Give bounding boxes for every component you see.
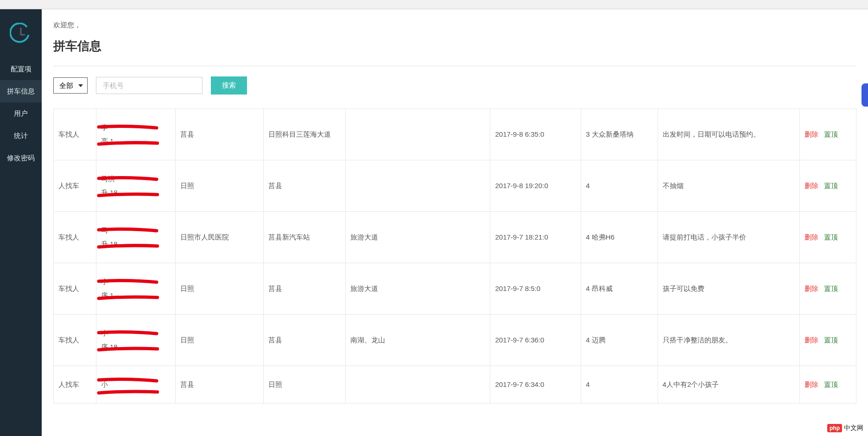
cell-name: 马 升 18 [96, 212, 175, 263]
watermark: php 中文网 [827, 424, 863, 432]
table-row: 车找人 李 亮 1 莒县 日照科目三莲海大道 2017-9-8 6:35:0 3… [54, 109, 856, 160]
sidebar-item-label: 拼车信息 [7, 87, 35, 96]
cell-actions: 删除 置顶 [799, 212, 856, 263]
top-link[interactable]: 置顶 [824, 284, 838, 292]
cell-end: 莒县新汽车站 [263, 212, 345, 263]
delete-link[interactable]: 删除 [805, 336, 818, 344]
cell-time: 2017-9-8 19:20:0 [490, 160, 581, 212]
cell-type: 人找车 [54, 160, 96, 212]
sidebar-item-label: 统计 [14, 132, 28, 140]
cell-name: 小 序 1 [96, 263, 175, 315]
filter-bar: 全部 搜索 [53, 76, 856, 95]
top-link[interactable]: 置顶 [824, 336, 838, 344]
cell-end: 莒县 [263, 160, 345, 212]
delete-link[interactable]: 删除 [805, 233, 818, 241]
cell-via: 南湖、龙山 [346, 315, 490, 366]
cell-time: 2017-9-7 18:21:0 [490, 212, 581, 263]
cell-remark: 4人中有2个小孩子 [658, 366, 799, 404]
top-link[interactable]: 置顶 [824, 130, 838, 138]
cell-type: 车找人 [54, 315, 96, 366]
main-content: 欢迎您， 拼车信息 全部 搜索 车找人 李 亮 1 [42, 9, 868, 436]
cell-start: 日照 [176, 160, 264, 212]
cell-actions: 删除 置顶 [799, 315, 856, 366]
sidebar-item-label: 修改密码 [7, 154, 35, 163]
cell-name: 马洪 升 18 [96, 160, 175, 212]
divider [53, 66, 856, 66]
cell-type: 人找车 [54, 366, 96, 404]
cell-remark: 孩子可以免费 [658, 263, 799, 315]
delete-link[interactable]: 删除 [805, 182, 818, 190]
cell-remark: 不抽烟 [658, 160, 799, 212]
browser-chrome-bar [0, 0, 868, 9]
type-select[interactable]: 全部 [53, 77, 88, 94]
cell-end: 莒县 [263, 263, 345, 315]
cell-seats: 4 昂科威 [581, 263, 658, 315]
sidebar-item-stats[interactable]: 统计 [0, 125, 42, 147]
cell-seats: 4 [581, 366, 658, 404]
page-title: 拼车信息 [53, 38, 856, 54]
cell-time: 2017-9-7 6:34:0 [490, 366, 581, 404]
cell-start: 莒县 [176, 366, 264, 404]
table-row: 车找人 马 升 18 日照市人民医院 莒县新汽车站 旅游大道 2017-9-7 … [54, 212, 856, 263]
cell-actions: 删除 置顶 [799, 263, 856, 315]
watermark-text: 中文网 [844, 424, 863, 432]
table-row: 人找车 小 莒县 日照 2017-9-7 6:34:0 4 4人中有2个小孩子 … [54, 366, 856, 404]
phone-input[interactable] [96, 77, 203, 94]
top-link[interactable]: 置顶 [824, 380, 838, 388]
cell-type: 车找人 [54, 212, 96, 263]
cell-seats: 4 [581, 160, 658, 212]
cell-end: 日照科目三莲海大道 [263, 109, 345, 160]
cell-start: 莒县 [176, 109, 264, 160]
cell-start: 日照 [176, 263, 264, 315]
delete-link[interactable]: 删除 [805, 380, 818, 388]
cell-end: 日照 [263, 366, 345, 404]
cell-seats: 4 迈腾 [581, 315, 658, 366]
cell-name: 李 亮 1 [96, 109, 175, 160]
sidebar-item-config[interactable]: 配置项 [0, 58, 42, 80]
cell-seats: 4 哈弗H6 [581, 212, 658, 263]
cell-via: 旅游大道 [346, 263, 490, 315]
table-row: 车找人 小 序 18 日照 莒县 南湖、龙山 2017-9-7 6:36:0 4… [54, 315, 856, 366]
cell-name: 小 [96, 366, 175, 404]
welcome-text: 欢迎您， [53, 21, 856, 30]
logo-icon [10, 23, 32, 45]
right-accent-tab[interactable] [862, 83, 868, 107]
cell-end: 莒县 [263, 315, 345, 366]
data-table: 车找人 李 亮 1 莒县 日照科目三莲海大道 2017-9-8 6:35:0 3… [53, 108, 856, 404]
logo [0, 9, 42, 58]
cell-actions: 删除 置顶 [799, 160, 856, 212]
watermark-php: php [827, 424, 842, 432]
cell-via [346, 160, 490, 212]
cell-remark: 请提前打电话，小孩子半价 [658, 212, 799, 263]
top-link[interactable]: 置顶 [824, 182, 838, 190]
delete-link[interactable]: 删除 [805, 130, 818, 138]
cell-remark: 出发时间，日期可以电话预约。 [658, 109, 799, 160]
delete-link[interactable]: 删除 [805, 284, 818, 292]
cell-name: 小 序 18 [96, 315, 175, 366]
cell-start: 日照 [176, 315, 264, 366]
sidebar-item-label: 配置项 [11, 65, 32, 74]
cell-time: 2017-9-8 6:35:0 [490, 109, 581, 160]
table-row: 人找车 马洪 升 18 日照 莒县 2017-9-8 19:20:0 4 不抽烟… [54, 160, 856, 212]
cell-remark: 只搭干净整洁的朋友。 [658, 315, 799, 366]
cell-time: 2017-9-7 8:5:0 [490, 263, 581, 315]
search-button[interactable]: 搜索 [211, 76, 247, 95]
sidebar-item-carpool[interactable]: 拼车信息 [0, 80, 42, 102]
sidebar-item-label: 用户 [14, 109, 28, 118]
sidebar-item-password[interactable]: 修改密码 [0, 147, 42, 169]
cell-actions: 删除 置顶 [799, 366, 856, 404]
cell-seats: 3 大众新桑塔纳 [581, 109, 658, 160]
cell-via: 旅游大道 [346, 212, 490, 263]
cell-via [346, 366, 490, 404]
sidebar: 配置项 拼车信息 用户 统计 修改密码 [0, 9, 42, 436]
cell-type: 车找人 [54, 263, 96, 315]
sidebar-item-users[interactable]: 用户 [0, 102, 42, 125]
cell-via [346, 109, 490, 160]
cell-time: 2017-9-7 6:36:0 [490, 315, 581, 366]
cell-start: 日照市人民医院 [176, 212, 264, 263]
cell-actions: 删除 置顶 [799, 109, 856, 160]
top-link[interactable]: 置顶 [824, 233, 838, 241]
cell-type: 车找人 [54, 109, 96, 160]
table-row: 车找人 小 序 1 日照 莒县 旅游大道 2017-9-7 8:5:0 4 昂科… [54, 263, 856, 315]
